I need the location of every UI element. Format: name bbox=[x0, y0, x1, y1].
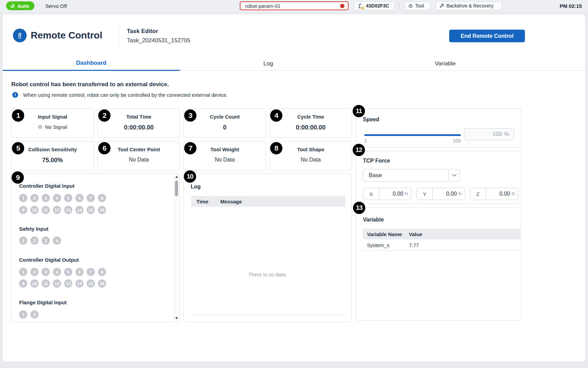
scroll-down-icon[interactable] bbox=[175, 317, 178, 319]
io-section-title: Controller Digital Output bbox=[19, 257, 79, 263]
io-indicator-12: 12 bbox=[53, 279, 61, 288]
io-indicator-11: 11 bbox=[42, 279, 50, 288]
clock: PM 02:15 bbox=[560, 0, 582, 12]
scrollbar-thumb[interactable] bbox=[175, 181, 178, 196]
task-editor-label: Task Editor bbox=[127, 28, 158, 35]
tab-bar: Dashboard Log Variable bbox=[3, 56, 585, 71]
header-divider bbox=[119, 25, 119, 46]
io-indicator-2: 2 bbox=[30, 268, 39, 276]
annotation-badge-10: 10 bbox=[184, 170, 196, 183]
device-id-button[interactable]: ! 43D02F3C bbox=[354, 1, 395, 10]
axis-value: 0.00N bbox=[433, 188, 465, 200]
variable-panel: Variable Variable Name Value System_s7.7… bbox=[356, 207, 521, 321]
main-panel: Remote Control Task Editor Task_20240531… bbox=[3, 14, 585, 362]
annotation-badge-4: 4 bbox=[270, 109, 282, 122]
tcp-force-x-field: X0.00N bbox=[363, 188, 412, 200]
io-indicator-15: 15 bbox=[87, 279, 95, 288]
io-indicator-13: 13 bbox=[64, 206, 72, 214]
backdrive-recovery-button[interactable]: Backdrive & Recovery bbox=[436, 1, 502, 10]
tab-log[interactable]: Log bbox=[180, 56, 357, 71]
io-section-title: Safety Input bbox=[19, 226, 48, 232]
reference-frame-select[interactable]: Base bbox=[363, 169, 460, 182]
stat-card-value: 0:00:00.00 bbox=[270, 124, 352, 131]
device-id-label: 43D02F3C bbox=[366, 3, 389, 9]
io-indicator-8: 8 bbox=[98, 268, 106, 276]
io-indicator-10: 10 bbox=[30, 279, 39, 288]
stat-card-value: No Data bbox=[270, 157, 352, 163]
variable-value: 7.77 bbox=[409, 242, 419, 248]
mode-label: Auto bbox=[17, 3, 29, 9]
robot-param-field[interactable]: robot-param-01 bbox=[240, 1, 349, 10]
scroll-up-icon[interactable] bbox=[175, 176, 178, 178]
stat-card-value: 0 bbox=[184, 124, 266, 131]
auto-mode-icon bbox=[10, 3, 15, 9]
io-indicator-4: 4 bbox=[53, 268, 61, 276]
tcp-force-z-field: Z0.00N bbox=[470, 188, 518, 200]
annotation-badge-5: 5 bbox=[12, 142, 24, 154]
io-indicator-11: 11 bbox=[42, 206, 50, 214]
io-circle-row: 12 bbox=[19, 310, 39, 319]
io-circle-row: 910111213141516 bbox=[19, 279, 106, 288]
tcp-force-panel: TCP Force Base X0.00NY0.00NZ0.00N bbox=[356, 151, 521, 204]
backdrive-button-label: Backdrive & Recovery bbox=[446, 3, 494, 9]
gear-icon: ⚙︎ bbox=[408, 3, 413, 9]
io-circle-row: 1234 bbox=[19, 236, 61, 245]
io-indicator-12: 12 bbox=[53, 206, 61, 214]
io-indicator-4: 4 bbox=[53, 194, 61, 202]
io-indicator-2: 2 bbox=[30, 236, 39, 245]
variable-name: System_s bbox=[367, 242, 409, 248]
log-table-header: Time Message bbox=[191, 196, 346, 207]
io-section-title: Controller Digital Input bbox=[19, 183, 75, 189]
io-indicator-5: 5 bbox=[64, 268, 72, 276]
chevron-down-icon bbox=[448, 169, 460, 181]
io-indicator-3: 3 bbox=[42, 268, 50, 276]
info-text: When using remote control, robot can onl… bbox=[23, 92, 228, 98]
speed-panel-title: Speed bbox=[363, 117, 379, 123]
robot-warning-icon: ! bbox=[358, 3, 364, 9]
tool-button-label: Tool bbox=[415, 3, 424, 9]
signal-status: No Signal bbox=[12, 124, 93, 130]
robot-param-value: robot-param-01 bbox=[245, 3, 340, 9]
mode-auto-button[interactable]: Auto bbox=[6, 1, 34, 10]
speed-max-label: 100 bbox=[453, 138, 461, 143]
log-col-time: Time bbox=[196, 199, 220, 204]
io-circle-row: 12345678 bbox=[19, 194, 106, 202]
stat-card-value: No Signal bbox=[45, 124, 67, 130]
io-indicator-6: 6 bbox=[75, 194, 84, 202]
servo-status: Servo Off bbox=[45, 0, 67, 12]
speed-panel: Speed 1 100 100 % bbox=[356, 108, 521, 148]
io-indicator-7: 7 bbox=[87, 268, 95, 276]
tool-button[interactable]: ⚙︎ Tool bbox=[405, 1, 430, 10]
speed-slider[interactable] bbox=[364, 134, 461, 136]
axis-label: Z bbox=[470, 188, 486, 200]
annotation-badge-12: 12 bbox=[353, 144, 365, 156]
signal-dot-icon bbox=[38, 125, 42, 129]
stat-card-value: No Data bbox=[98, 157, 180, 163]
info-row: i When using remote control, robot can o… bbox=[12, 92, 228, 98]
io-indicator-10: 10 bbox=[30, 206, 39, 214]
io-indicator-6: 6 bbox=[75, 268, 84, 276]
tab-variable[interactable]: Variable bbox=[357, 56, 534, 71]
io-indicator-9: 9 bbox=[19, 206, 27, 214]
topbar-divider bbox=[399, 2, 399, 9]
axis-label: Y bbox=[417, 188, 433, 200]
io-indicator-4: 4 bbox=[53, 236, 61, 245]
io-indicator-16: 16 bbox=[98, 206, 106, 214]
io-scrollbar[interactable] bbox=[174, 174, 179, 321]
io-indicator-2: 2 bbox=[30, 194, 39, 202]
record-dot-icon bbox=[340, 4, 344, 8]
annotation-badge-7: 7 bbox=[184, 142, 196, 154]
speed-value-input[interactable]: 100 % bbox=[464, 128, 514, 140]
io-circle-row: 910111213141516 bbox=[19, 206, 106, 214]
axis-value-number: 0.00 bbox=[446, 191, 457, 197]
tab-dashboard[interactable]: Dashboard bbox=[3, 56, 180, 71]
speed-min-label: 1 bbox=[364, 138, 367, 143]
end-remote-control-button[interactable]: End Remote Control bbox=[449, 30, 525, 42]
axis-value: 0.00N bbox=[486, 188, 518, 200]
tcp-panel-title: TCP Force bbox=[363, 158, 390, 164]
variable-rows: System_s7.77 bbox=[363, 240, 520, 251]
wrench-icon bbox=[439, 3, 444, 8]
io-section-title: Flange Digital Input bbox=[19, 300, 67, 305]
variable-row: System_s7.77 bbox=[363, 240, 520, 251]
axis-value-number: 0.00 bbox=[393, 191, 403, 197]
